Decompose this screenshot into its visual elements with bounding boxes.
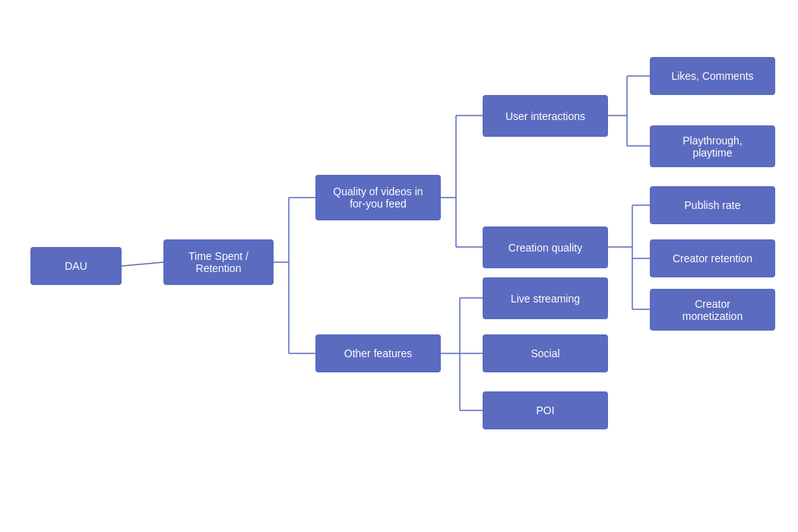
node-likes-comments: Likes, Comments bbox=[650, 57, 775, 95]
node-live-streaming: Live streaming bbox=[483, 277, 608, 319]
node-user-interactions: User interactions bbox=[483, 95, 608, 137]
node-poi: POI bbox=[483, 391, 608, 429]
diagram: DAU Time Spent /Retention Quality of vid… bbox=[0, 0, 798, 532]
svg-line-0 bbox=[122, 262, 163, 266]
node-creator-retention: Creator retention bbox=[650, 239, 775, 277]
node-creator-monetization: Creatormonetization bbox=[650, 289, 775, 331]
node-publish-rate: Publish rate bbox=[650, 186, 775, 224]
node-playthrough: Playthrough,playtime bbox=[650, 125, 775, 167]
node-social: Social bbox=[483, 334, 608, 372]
node-time-spent: Time Spent /Retention bbox=[163, 239, 274, 285]
node-quality-videos: Quality of videos infor-you feed bbox=[315, 175, 441, 220]
node-dau: DAU bbox=[30, 247, 122, 285]
node-creation-quality: Creation quality bbox=[483, 226, 608, 268]
node-other-features: Other features bbox=[315, 334, 441, 372]
